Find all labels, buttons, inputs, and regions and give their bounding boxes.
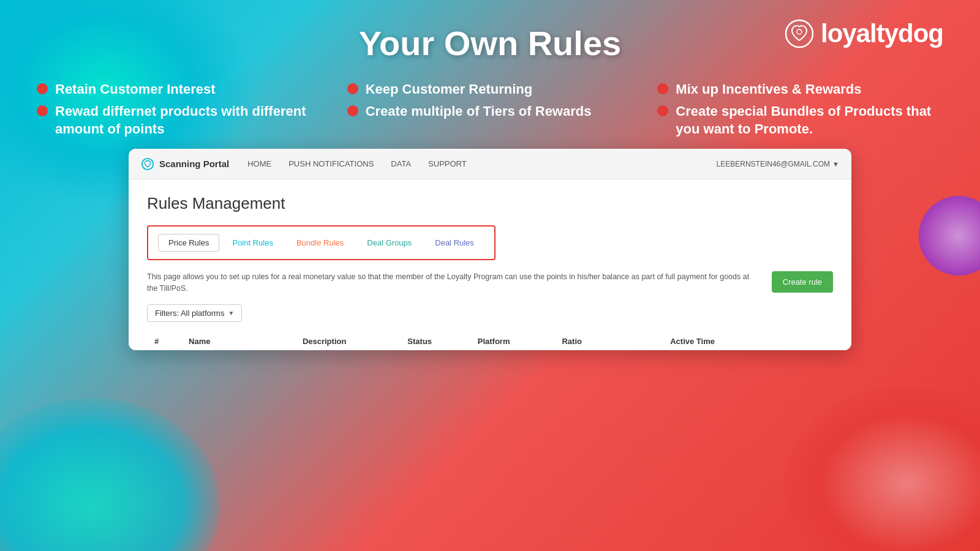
feature-text-1: Retain Customer Interest — [55, 81, 216, 99]
tab-deal-groups[interactable]: Deal Groups — [356, 234, 422, 252]
feature-text-4: Rewad differnet products with different … — [55, 103, 323, 138]
bullet-dot-3 — [657, 83, 668, 94]
header-area: Your Own Rules loyaltydog — [37, 0, 943, 69]
tab-bundle-rules[interactable]: Bundle Rules — [286, 234, 354, 252]
col-description: Description — [295, 332, 400, 350]
col-ratio: Ratio — [554, 332, 663, 350]
portal-body: Rules Management Price Rules Point Rules… — [129, 179, 851, 350]
feature-text-3: Mix up Incentives & Rewards — [676, 81, 861, 99]
bullet-dot-5 — [347, 105, 358, 116]
features-grid: Retain Customer Interest Keep Customer R… — [37, 69, 943, 149]
page-title: Rules Management — [147, 194, 833, 213]
svg-point-1 — [797, 29, 802, 34]
bullet-dot-2 — [347, 83, 358, 94]
svg-point-0 — [786, 20, 813, 47]
main-title: Your Own Rules — [221, 18, 760, 62]
tabs-container: Price Rules Point Rules Bundle Rules Dea… — [147, 225, 496, 260]
filter-button[interactable]: Filters: All platforms ▼ — [147, 304, 242, 322]
chevron-down-icon: ▼ — [832, 160, 839, 168]
col-active-time: Active Time — [663, 332, 769, 350]
nav-brand-name: Scanning Portal — [159, 159, 229, 169]
scanning-portal-icon — [141, 157, 154, 171]
nav-brand: Scanning Portal — [141, 157, 229, 171]
logo-text: loyaltydog — [821, 19, 943, 48]
filter-chevron-icon: ▼ — [228, 310, 234, 317]
nav-user-email[interactable]: LEEBERNSTEIN46@GMAIL.COM ▼ — [717, 160, 839, 168]
create-rule-button[interactable]: Create rule — [772, 271, 833, 293]
filter-label: Filters: All platforms — [155, 309, 224, 318]
portal-card: Scanning Portal HOME PUSH NOTIFICATIONS … — [129, 149, 851, 350]
filter-row: Filters: All platforms ▼ — [147, 304, 833, 322]
nav-link-data[interactable]: DATA — [391, 159, 411, 168]
feature-item-6: Create special Bundles of Products that … — [657, 103, 943, 138]
feature-item-2: Keep Customer Returning — [347, 81, 633, 99]
nav-bar: Scanning Portal HOME PUSH NOTIFICATIONS … — [129, 149, 851, 179]
feature-item-3: Mix up Incentives & Rewards — [657, 81, 943, 99]
nav-link-home[interactable]: HOME — [247, 159, 271, 168]
nav-link-support[interactable]: SUPPORT — [428, 159, 467, 168]
svg-point-2 — [142, 159, 153, 170]
nav-link-push[interactable]: PUSH NOTIFICATIONS — [288, 159, 374, 168]
desc-row: This page allows you to set up rules for… — [147, 271, 833, 294]
content-wrapper: Your Own Rules loyaltydog Retain Custome… — [0, 0, 980, 551]
title-section: Your Own Rules — [221, 18, 760, 62]
feature-item-1: Retain Customer Interest — [37, 81, 323, 99]
col-platform: Platform — [470, 332, 555, 350]
logo-section: loyaltydog — [760, 18, 943, 49]
feature-text-6: Create special Bundles of Products that … — [676, 103, 943, 138]
tab-point-rules[interactable]: Point Rules — [222, 234, 283, 252]
tab-deal-rules[interactable]: Deal Rules — [424, 234, 484, 252]
bullet-dot-1 — [37, 83, 48, 94]
data-table: # Name Description Status Platform Ratio… — [147, 332, 833, 350]
col-num: # — [147, 332, 181, 350]
col-status: Status — [400, 332, 470, 350]
feature-text-5: Create multiple of Tiers of Rewards — [366, 103, 592, 121]
tab-price-rules[interactable]: Price Rules — [158, 234, 219, 252]
description-text: This page allows you to set up rules for… — [147, 271, 762, 294]
nav-links: HOME PUSH NOTIFICATIONS DATA SUPPORT — [247, 159, 467, 168]
feature-item-4: Rewad differnet products with different … — [37, 103, 323, 138]
feature-item-5: Create multiple of Tiers of Rewards — [347, 103, 633, 138]
table-header: # Name Description Status Platform Ratio… — [147, 332, 833, 350]
bullet-dot-4 — [37, 105, 48, 116]
col-name: Name — [181, 332, 295, 350]
bullet-dot-6 — [657, 105, 668, 116]
table-header-row: # Name Description Status Platform Ratio… — [147, 332, 833, 350]
loyaltydog-logo-icon — [784, 18, 815, 49]
feature-text-2: Keep Customer Returning — [366, 81, 533, 99]
col-actions — [769, 332, 833, 350]
